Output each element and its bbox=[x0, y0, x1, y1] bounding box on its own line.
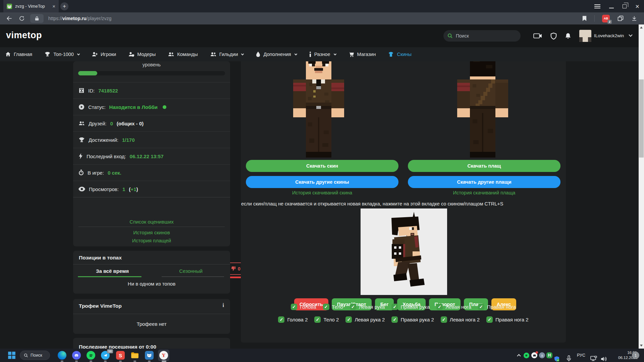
nav-item-addons[interactable]: Дополнения bbox=[256, 52, 297, 57]
collections-extension-icon[interactable] bbox=[617, 15, 624, 22]
tray-app-icon[interactable]: a bbox=[539, 352, 545, 358]
checkbox-checked-icon[interactable]: ✓ bbox=[345, 316, 352, 323]
checkbox-left-leg-2[interactable]: ✓Левая нога 2 bbox=[441, 316, 480, 323]
checkbox-head-2[interactable]: ✓Голова 2 bbox=[278, 316, 308, 323]
s-app-icon[interactable]: S bbox=[116, 351, 125, 360]
tray-discord-icon[interactable] bbox=[531, 352, 537, 358]
reload-icon[interactable] bbox=[19, 15, 25, 21]
telegram-icon[interactable]: 58 bbox=[101, 351, 110, 360]
spotify-icon[interactable] bbox=[87, 351, 95, 360]
language-indicator[interactable]: РУС bbox=[577, 349, 585, 362]
taskbar-search[interactable]: Поиск bbox=[20, 351, 50, 360]
page-scrollbar[interactable] bbox=[639, 24, 644, 349]
info-icon[interactable]: i bbox=[223, 302, 224, 308]
download-skin-button[interactable]: Скачать скин bbox=[246, 160, 398, 172]
network-icon[interactable] bbox=[590, 352, 598, 362]
skin-history-link[interactable]: История скинов bbox=[73, 230, 230, 235]
checkbox-right-leg[interactable]: ✓Правая нога bbox=[478, 304, 516, 310]
nav-item-shop[interactable]: Магазин bbox=[348, 52, 376, 57]
downloads-icon[interactable] bbox=[631, 15, 637, 21]
checkbox-head[interactable]: ✓Голова bbox=[291, 304, 316, 310]
window-restore-button[interactable] bbox=[623, 4, 627, 8]
checkbox-body[interactable]: ✓Тело bbox=[323, 304, 343, 310]
site-logo[interactable]: vimetop bbox=[6, 30, 42, 41]
bell-icon[interactable] bbox=[565, 33, 571, 40]
raters-list-link[interactable]: Список оценивших bbox=[73, 219, 230, 225]
site-search[interactable] bbox=[443, 30, 521, 42]
tab-close-icon[interactable]: × bbox=[52, 3, 55, 9]
checkbox-left-arm[interactable]: ✓Левая рука bbox=[350, 304, 385, 310]
skin-3d-viewer[interactable] bbox=[361, 208, 447, 295]
friends-label: Друзей: bbox=[89, 121, 106, 126]
checkbox-checked-icon[interactable]: ✓ bbox=[486, 316, 493, 323]
tray-spotify-icon[interactable] bbox=[524, 353, 529, 358]
username[interactable]: ILovehack2win bbox=[594, 33, 624, 38]
volume-icon[interactable] bbox=[600, 352, 607, 362]
checkbox-left-leg[interactable]: ✓Левая нога bbox=[436, 304, 471, 310]
discord-icon[interactable] bbox=[72, 351, 81, 360]
window-minimize-button[interactable] bbox=[609, 8, 614, 8]
tray-h-app-icon[interactable]: H bbox=[546, 352, 552, 358]
browser-tab[interactable]: zvzg - VimeTop × bbox=[3, 0, 59, 12]
download-other-capes-button[interactable]: Скачать другие плащи bbox=[408, 176, 560, 188]
site-search-input[interactable] bbox=[456, 33, 509, 39]
checkbox-checked-icon[interactable]: ✓ bbox=[278, 316, 284, 323]
scrollbar-up-arrow[interactable] bbox=[640, 26, 643, 28]
checkbox-right-arm[interactable]: ✓Правая рука bbox=[391, 304, 430, 310]
nav-item-players[interactable]: Игроки bbox=[92, 52, 116, 57]
nav-item-skins[interactable]: Скины bbox=[388, 52, 411, 57]
user-menu-chevron-down-icon[interactable] bbox=[629, 33, 632, 37]
trophies-card: Трофеи VimeTop i Трофеев нет bbox=[73, 299, 230, 334]
checkbox-checked-icon[interactable]: ✓ bbox=[323, 304, 329, 310]
cape-downloads-history-link[interactable]: История скачиваний плаща bbox=[408, 190, 560, 195]
nav-item-home[interactable]: Главная bbox=[5, 52, 32, 57]
checkbox-checked-icon[interactable]: ✓ bbox=[291, 304, 297, 310]
url-text[interactable]: https://vimetop.ru/player/zvzg bbox=[48, 16, 111, 21]
shield-icon[interactable] bbox=[550, 33, 557, 40]
checkbox-checked-icon[interactable]: ✓ bbox=[391, 304, 398, 310]
cape-history-link[interactable]: История плащей bbox=[73, 238, 230, 243]
checkbox-right-leg-2[interactable]: ✓Правая нога 2 bbox=[486, 316, 529, 323]
start-button-icon[interactable] bbox=[7, 351, 16, 360]
player-skin-front-image bbox=[293, 61, 344, 158]
checkbox-checked-icon[interactable]: ✓ bbox=[436, 304, 443, 310]
checkbox-checked-icon[interactable]: ✓ bbox=[441, 316, 447, 323]
checkbox-right-arm-2[interactable]: ✓Правая рука 2 bbox=[391, 316, 434, 323]
streams-icon[interactable] bbox=[533, 33, 542, 39]
browser-menu-icon[interactable] bbox=[594, 4, 600, 8]
nav-item-misc[interactable]: Разное bbox=[309, 52, 336, 57]
visits-card: Последние посещения от 0:00 bbox=[73, 338, 230, 349]
file-explorer-icon[interactable] bbox=[130, 351, 139, 360]
vimeworld-icon[interactable] bbox=[145, 351, 154, 360]
download-cape-button[interactable]: Скачать плащ bbox=[408, 160, 560, 172]
tab-alltime[interactable]: За всё время bbox=[73, 265, 152, 277]
nav-item-teams[interactable]: Команды bbox=[168, 52, 198, 57]
scrollbar-down-arrow[interactable] bbox=[640, 345, 643, 347]
checkbox-body-2[interactable]: ✓Тело 2 bbox=[314, 316, 339, 323]
checkbox-checked-icon[interactable]: ✓ bbox=[350, 304, 356, 310]
yandex-browser-icon[interactable]: Y bbox=[159, 351, 168, 360]
skin-downloads-history-link[interactable]: История скачиваний скина bbox=[246, 190, 398, 195]
windows-security-icon[interactable] bbox=[554, 352, 560, 362]
checkbox-checked-icon[interactable]: ✓ bbox=[391, 316, 398, 323]
checkbox-left-arm-2[interactable]: ✓Левая рука 2 bbox=[345, 316, 385, 323]
edge-browser-icon[interactable] bbox=[58, 351, 66, 360]
window-close-button[interactable]: × bbox=[635, 3, 639, 10]
new-tab-button[interactable]: + bbox=[60, 2, 68, 10]
tray-expand[interactable] bbox=[518, 349, 520, 362]
download-other-skins-button[interactable]: Скачать другие скины bbox=[246, 176, 398, 188]
scrollbar-thumb[interactable] bbox=[639, 79, 644, 158]
checkbox-checked-icon[interactable]: ✓ bbox=[314, 316, 321, 323]
site-security-chip[interactable] bbox=[30, 14, 44, 23]
adblock-extension-icon[interactable]: AB 2 bbox=[602, 15, 610, 22]
microphone-icon[interactable] bbox=[567, 352, 571, 362]
tab-seasonal[interactable]: Сезонный bbox=[152, 265, 230, 277]
nav-item-guilds[interactable]: Гильдии bbox=[210, 52, 244, 57]
bookmark-icon[interactable] bbox=[582, 15, 587, 21]
checkbox-checked-icon[interactable]: ✓ bbox=[478, 304, 484, 310]
notification-count-badge[interactable]: 1 bbox=[632, 352, 639, 359]
back-icon[interactable] bbox=[6, 15, 13, 22]
nav-item-top1000[interactable]: Топ-1000 bbox=[45, 52, 79, 57]
nav-item-moders[interactable]: Модеры bbox=[128, 52, 156, 57]
user-avatar[interactable] bbox=[579, 30, 591, 42]
